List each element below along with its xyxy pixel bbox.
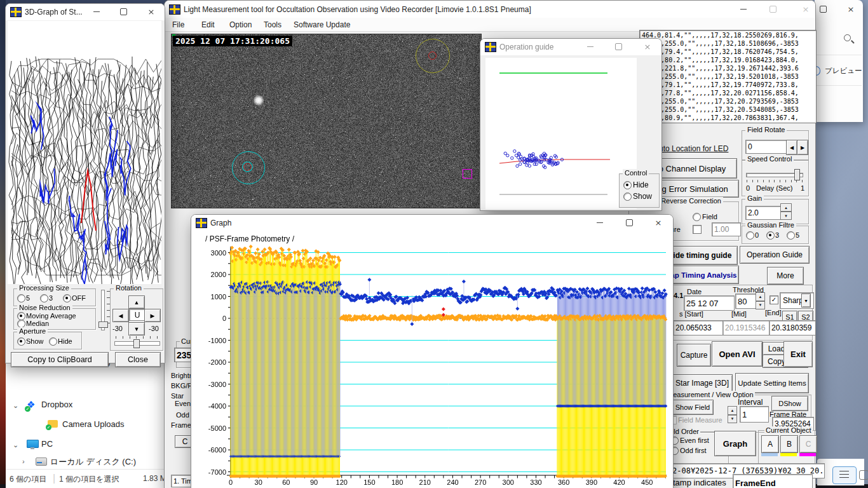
maximize-icon[interactable] <box>610 41 627 52</box>
capture-button[interactable]: Capture <box>677 344 711 367</box>
graph3d-titlebar[interactable]: 3D-Graph of St... × <box>6 4 165 20</box>
gaussian-3-radio[interactable] <box>766 231 775 240</box>
gamma-field-radio[interactable] <box>693 213 701 221</box>
rotation-axis-field[interactable]: U <box>129 309 146 321</box>
processing-3-radio[interactable] <box>40 294 48 302</box>
photometry-plot-canvas[interactable] <box>198 241 668 488</box>
control-hide-radio[interactable] <box>623 181 632 189</box>
chevron-right-icon[interactable]: › <box>22 458 25 465</box>
main-titlebar[interactable]: Light Measurement tool for Occultation O… <box>165 1 815 18</box>
open-avi-button[interactable]: Open AVI <box>712 341 763 367</box>
aperture-hide-radio[interactable] <box>49 337 57 346</box>
object-c-label: C <box>806 440 811 449</box>
rotate-up-button[interactable]: ▲ <box>128 295 145 309</box>
csv-data-readout[interactable]: 464.0,81.4,"",,,,,17,32,18.2550269,816.9… <box>639 30 817 123</box>
operation-guide-button[interactable]: Operation Guide <box>740 246 810 264</box>
rotate-right-button[interactable]: ▶ <box>797 140 808 155</box>
gaussian-0-radio[interactable] <box>746 231 754 240</box>
close-icon[interactable]: × <box>797 4 814 15</box>
chevron-down-icon[interactable]: ⌄ <box>13 441 18 449</box>
exit-button[interactable]: Exit <box>783 341 813 367</box>
gamma-value-field[interactable]: 1.00 <box>712 222 741 236</box>
thumbnail-view-icon[interactable] <box>859 470 868 480</box>
maximize-icon[interactable] <box>115 6 132 17</box>
threshold-field[interactable]: 80 <box>735 294 757 309</box>
rotate-left-button[interactable]: ◀ <box>786 140 797 155</box>
spin-up-icon[interactable]: ▲ <box>728 406 737 415</box>
object-a-button[interactable]: A <box>761 435 779 453</box>
copy-to-clipboard-button[interactable]: Copy to ClipBoard <box>11 352 109 367</box>
selection-box-marker[interactable] <box>463 169 472 179</box>
menu-file[interactable]: File <box>172 20 184 29</box>
spin-down-icon[interactable]: ▼ <box>756 301 765 310</box>
interval-label: Interval <box>738 398 763 407</box>
tree-item-pc[interactable]: PC <box>41 439 53 449</box>
dshow-button[interactable]: DShow <box>771 396 808 411</box>
rotation-slider-thumb[interactable] <box>133 339 140 348</box>
menu-edit[interactable]: Edit <box>201 20 215 29</box>
more-button[interactable]: More <box>767 267 804 285</box>
gaussian-5-radio[interactable] <box>787 231 795 240</box>
object-b-button[interactable]: B <box>780 435 798 453</box>
combo-dropdown-icon[interactable]: ▼ <box>801 294 811 308</box>
menu-tools[interactable]: Tools <box>264 20 281 29</box>
preview-toggle-label[interactable]: プレビュー <box>825 66 862 76</box>
operation-guide-titlebar[interactable]: Operation guide × <box>480 39 661 55</box>
interval-spinner[interactable]: ▲▼ <box>728 406 737 423</box>
tree-item-local-disk[interactable]: ローカル ディスク (C:) <box>50 456 136 468</box>
minimize-icon[interactable] <box>88 6 105 17</box>
minimize-icon[interactable] <box>735 4 752 15</box>
gain-spinner[interactable]: ▲▼ <box>780 203 792 220</box>
maximize-icon[interactable] <box>764 4 781 15</box>
rotate-right-button[interactable]: ▶ <box>144 309 161 322</box>
interval-field[interactable]: 1 <box>740 406 769 423</box>
star-image-3d-button[interactable]: Star Image [3D] <box>672 374 733 392</box>
spin-up-icon[interactable]: ▲ <box>756 292 765 301</box>
processing-5-radio[interactable] <box>17 294 25 302</box>
date-field[interactable]: 25 12 07 <box>684 295 735 311</box>
threshold-spinner[interactable]: ▲▼ <box>756 292 765 309</box>
menu-software-update[interactable]: Software Update <box>294 20 350 29</box>
graph-titlebar[interactable]: Graph × <box>191 215 673 231</box>
search-icon[interactable] <box>844 34 851 41</box>
spin-down-icon[interactable]: ▼ <box>780 212 792 220</box>
chevron-down-icon[interactable]: ⌄ <box>13 402 18 410</box>
spin-down-icon[interactable]: ▼ <box>728 415 737 424</box>
time-end-field[interactable]: 20.3180359 <box>769 320 816 336</box>
spin-up-icon[interactable]: ▲ <box>780 203 792 212</box>
tree-item-camera-uploads[interactable]: Camera Uploads <box>62 419 125 429</box>
gamma-measure-checkbox[interactable] <box>693 225 702 234</box>
aperture-show-radio[interactable] <box>17 337 25 346</box>
rotate-left-button[interactable]: ◀ <box>112 309 129 322</box>
minimize-icon[interactable] <box>592 217 608 228</box>
video-frame[interactable]: 2025 12 07 17:31:20:065 <box>171 34 482 208</box>
frame-end-field[interactable]: FrameEnd <box>733 474 813 488</box>
auto-location-link[interactable]: Auto Location for LED <box>654 144 728 153</box>
close-button[interactable]: Close <box>115 352 161 367</box>
close-icon[interactable]: × <box>650 217 667 228</box>
maximize-icon[interactable] <box>815 4 831 15</box>
close-icon[interactable]: × <box>843 4 859 15</box>
time-mid-field[interactable]: 20.1915346 <box>722 320 771 336</box>
control-show-radio[interactable] <box>623 193 632 201</box>
details-view-button[interactable] <box>832 466 857 484</box>
tree-item-dropbox[interactable]: Dropbox <box>41 400 72 409</box>
show-field-button[interactable]: Show Field <box>672 400 714 415</box>
time-start-field[interactable]: 20.065033 <box>673 320 724 336</box>
menu-option[interactable]: Option <box>229 20 252 29</box>
minimize-icon[interactable] <box>582 41 599 52</box>
rotate-down-button[interactable]: ▼ <box>128 322 145 336</box>
speed-slider-thumb[interactable] <box>794 169 800 180</box>
object-c-button[interactable]: C <box>799 435 817 453</box>
sharp-checkbox[interactable] <box>770 295 778 304</box>
graph-button[interactable]: Graph <box>714 431 756 456</box>
maximize-icon[interactable] <box>621 217 637 228</box>
close-icon[interactable]: × <box>143 6 159 17</box>
processing-off-radio[interactable] <box>63 294 71 302</box>
gamma-field-label: Field <box>702 213 717 220</box>
gain-value-field[interactable]: 2.0 <box>745 206 782 220</box>
vertical-slider-thumb[interactable] <box>98 322 108 328</box>
csv-line: 468.0,221.8,"",,,,,17,32,19.2671442,393.… <box>642 64 816 72</box>
field-rotate-value-field[interactable]: 0 <box>745 140 787 154</box>
close-icon[interactable]: × <box>639 41 656 52</box>
